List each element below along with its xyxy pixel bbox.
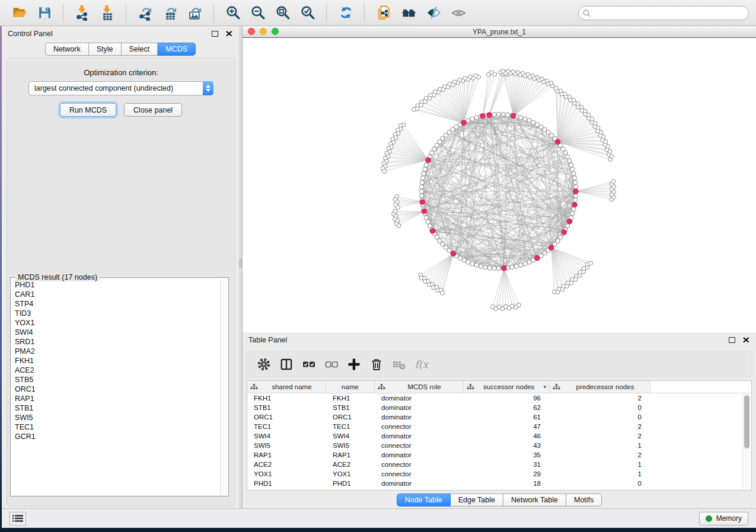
add-column-button[interactable] [343, 354, 365, 375]
cell-successor-nodes: 46 [464, 432, 550, 440]
mcds-result-item[interactable]: GCR1 [15, 432, 221, 441]
column-type-icon [250, 384, 258, 390]
attribute-settings-button[interactable] [253, 354, 275, 375]
search-input[interactable] [578, 6, 749, 20]
mcds-result-item[interactable]: STP4 [15, 299, 221, 309]
cell-name: FKH1 [326, 395, 375, 402]
tab-mcds[interactable]: MCDS [158, 43, 196, 56]
network-from-selection-button[interactable] [373, 3, 394, 23]
cell-mcds-role: dominator [375, 451, 464, 459]
table-row[interactable]: ORC1ORC1dominator610 [247, 412, 751, 422]
column-header-shared-name[interactable]: shared name [247, 381, 326, 393]
cell-name: YOX1 [326, 470, 375, 477]
import-network-button[interactable] [72, 3, 93, 23]
tab-motifs[interactable]: Motifs [566, 493, 602, 507]
table-row[interactable]: YOX1YOX1connector291 [247, 469, 751, 479]
memory-button[interactable]: Memory [699, 512, 748, 525]
cell-name: PHD1 [326, 480, 375, 487]
toggle-annotations-button[interactable] [423, 3, 444, 23]
mcds-result-item[interactable]: SRD1 [15, 337, 221, 347]
task-history-button[interactable] [9, 512, 26, 525]
window-maximize-icon[interactable] [272, 28, 279, 35]
mcds-tab-panel: Optimization criterion: largest connecte… [7, 57, 235, 507]
open-file-button[interactable] [9, 3, 30, 23]
mcds-result-item[interactable]: TID3 [15, 309, 221, 318]
column-header-predecessor-nodes[interactable]: predecessor nodes [550, 381, 650, 393]
table-row[interactable]: SWI5SWI5connector431 [247, 441, 751, 450]
float-panel-button[interactable] [212, 31, 225, 37]
run-mcds-button[interactable]: Run MCDS [60, 103, 116, 117]
window-minimize-icon[interactable] [260, 28, 267, 35]
tab-edge-table[interactable]: Edge Table [451, 493, 503, 507]
mcds-result-item[interactable]: TEC1 [15, 422, 221, 432]
close-table-panel-button[interactable]: ✕ [742, 337, 750, 343]
table-row[interactable]: PHD1PHD1dominator180 [247, 479, 751, 488]
import-table-button[interactable] [97, 3, 118, 23]
export-image-button[interactable] [184, 3, 206, 23]
zoom-out-icon [250, 5, 266, 21]
table-row[interactable]: SWI4SWI4dominator462 [247, 431, 751, 441]
tab-style[interactable]: Style [89, 43, 122, 56]
mcds-result-item[interactable]: ORC1 [15, 384, 221, 394]
network-canvas[interactable] [243, 37, 756, 332]
zoom-in-button[interactable] [222, 3, 244, 23]
cell-shared-name: FKH1 [247, 395, 326, 402]
table-row[interactable]: RAP1RAP1dominator352 [247, 450, 751, 460]
tab-select[interactable]: Select [122, 43, 158, 56]
export-network-button[interactable] [135, 3, 156, 23]
deselect-all-button[interactable] [320, 354, 343, 375]
optimization-criterion-label: Optimization criterion: [7, 68, 235, 77]
mcds-result-item[interactable]: SWI5 [15, 413, 221, 422]
mcds-list-scrollbar[interactable] [220, 278, 228, 495]
network-window: YPA_prune.txt_1 [242, 26, 756, 332]
mcds-result-item[interactable]: PHD1 [15, 280, 221, 290]
table-scrollbar-thumb[interactable] [744, 395, 749, 448]
table-row[interactable]: STB1STB1dominator620 [247, 403, 751, 412]
tab-network[interactable]: Network [45, 43, 89, 56]
table-row[interactable]: TEC1TEC1connector472 [247, 422, 751, 431]
cell-shared-name: ORC1 [247, 414, 326, 421]
delete-column-button[interactable] [365, 354, 388, 375]
mcds-result-item[interactable]: ACE2 [15, 366, 221, 375]
mcds-result-item[interactable]: YOX1 [15, 318, 221, 328]
table-row[interactable]: ACE2ACE2connector311 [247, 460, 751, 469]
mcds-result-item[interactable]: FKH1 [15, 356, 221, 366]
tab-network-table[interactable]: Network Table [503, 493, 566, 507]
zoom-selected-button[interactable] [297, 3, 318, 23]
close-panel-action-button[interactable]: Close panel [124, 103, 182, 117]
close-panel-button[interactable]: ✕ [225, 31, 233, 37]
houses-button[interactable] [398, 3, 419, 23]
table-scrollbar[interactable] [742, 393, 751, 489]
select-all-button[interactable] [298, 354, 320, 375]
cell-successor-nodes: 31 [464, 461, 550, 468]
cell-shared-name: YOX1 [247, 470, 326, 477]
mcds-result-item[interactable]: CAR1 [15, 290, 221, 299]
delete-column-icon [369, 357, 385, 373]
save-session-button[interactable] [34, 3, 55, 23]
cell-mcds-role: dominator [375, 414, 464, 421]
zoom-fit-button[interactable] [272, 3, 294, 23]
export-network-icon [138, 5, 154, 21]
float-table-panel-button[interactable] [729, 337, 742, 343]
column-header-mcds-role[interactable]: MCDS role [375, 381, 464, 393]
cell-predecessor-nodes: 2 [550, 395, 650, 402]
export-table-button[interactable] [160, 3, 181, 23]
mcds-result-item[interactable]: PMA2 [15, 347, 221, 356]
zoom-out-button[interactable] [247, 3, 269, 23]
toolbar-icons [7, 3, 471, 23]
refresh-view-button[interactable] [335, 3, 356, 23]
close-icon: ✕ [225, 31, 233, 37]
show-columns-button[interactable] [275, 354, 298, 375]
window-close-icon[interactable] [248, 28, 255, 35]
column-header-successor-nodes[interactable]: successor nodes▾ [464, 381, 550, 393]
mcds-result-item[interactable]: STB5 [15, 375, 221, 384]
column-header-name[interactable]: name [326, 381, 375, 393]
tab-node-table[interactable]: Node Table [397, 493, 451, 507]
table-row[interactable]: FKH1FKH1dominator962 [247, 393, 751, 403]
mcds-result-item[interactable]: STB1 [15, 403, 221, 413]
control-panel-title: Control Panel [8, 30, 53, 38]
table-panel-header: Table Panel ✕ [243, 332, 756, 348]
criterion-dropdown[interactable]: largest connected component (undirected) [28, 81, 213, 95]
mcds-result-item[interactable]: RAP1 [15, 394, 221, 403]
mcds-result-item[interactable]: SWI4 [15, 328, 221, 337]
